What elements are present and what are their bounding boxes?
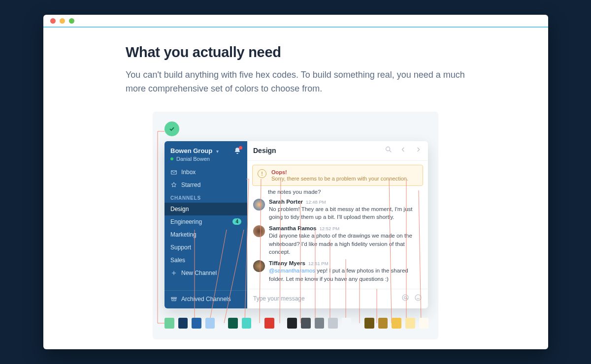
illustration-stage: Bowen Group ▾ Danial Bowen [153, 112, 438, 339]
message-author: Sarah Porter [269, 199, 303, 205]
message-text: No problem! They are a bit messy at the … [269, 205, 422, 221]
message-author: Samantha Ramos [269, 225, 317, 231]
unread-badge: 4 [232, 218, 241, 225]
channel-title: Design [253, 147, 276, 154]
channel-label: Marketing [170, 231, 197, 238]
warning-icon: ! [258, 169, 266, 178]
channel-label: Sales [170, 257, 185, 264]
channel-header: Design [247, 141, 428, 161]
new-channel[interactable]: New Channel [164, 267, 247, 279]
arrow-right-icon[interactable] [414, 146, 422, 155]
browser-window: What you actually need You can't build a… [43, 15, 548, 349]
swatch-17 [419, 318, 429, 329]
workspace-name: Bowen Group [170, 147, 212, 154]
check-icon [168, 125, 175, 132]
main-panel: Design ! Oops! Sorry, there seems to be [247, 141, 428, 308]
smile-icon[interactable] [414, 294, 422, 303]
swatch-09 [301, 318, 311, 329]
svg-point-1 [402, 295, 408, 301]
mention[interactable]: @samantharamos [269, 268, 315, 273]
message-input[interactable] [253, 295, 396, 302]
at-icon[interactable] [401, 294, 409, 303]
svg-point-3 [415, 295, 421, 301]
swatch-13 [364, 318, 374, 329]
swatch-01 [164, 318, 174, 329]
message-time: 12:52 PM [320, 226, 340, 231]
channel-support[interactable]: Support [164, 241, 247, 254]
chevron-down-icon: ▾ [216, 149, 219, 154]
swatch-row [164, 318, 428, 329]
swatch-12 [342, 318, 352, 329]
archive-icon [170, 296, 177, 303]
page-heading: What you actually need [126, 44, 465, 61]
archived-channels[interactable]: Archived Channels [164, 290, 247, 308]
swatch-06 [242, 318, 252, 329]
close-dot[interactable] [50, 18, 56, 24]
avatar [253, 260, 265, 272]
alert-title: Oops! [271, 169, 408, 175]
channel-label: Support [170, 244, 191, 251]
sidebar-item-inbox[interactable]: Inbox [164, 166, 247, 179]
message: Samantha Ramos 12:52 PM Did anyone take … [253, 225, 422, 256]
sidebar-item-label: Starred [181, 182, 200, 188]
workspace-user: Danial Bowen [176, 156, 210, 162]
channel-label: Design [170, 206, 189, 212]
check-badge [164, 121, 179, 136]
svg-point-2 [404, 297, 407, 299]
channel-sales[interactable]: Sales [164, 254, 247, 267]
avatar [253, 225, 265, 237]
channels-heading: CHANNELS [164, 191, 247, 203]
alert-message: Sorry, there seems to be a problem with … [271, 176, 408, 182]
notification-badge [239, 146, 242, 150]
message-thread: the notes you made? Sarah Porter 12:48 P… [247, 189, 428, 289]
inbox-icon [170, 169, 177, 176]
svg-point-0 [386, 147, 390, 151]
arrow-left-icon[interactable] [399, 146, 407, 155]
channel-label: Engineering [170, 218, 202, 225]
swatch-04 [205, 318, 215, 329]
swatch-07 [264, 318, 274, 329]
swatch-08 [287, 318, 297, 329]
channel-engineering[interactable]: Engineering 4 [164, 215, 247, 228]
zoom-dot[interactable] [69, 18, 74, 24]
composer [247, 289, 428, 308]
message-fragment: the notes you made? [253, 189, 422, 195]
swatch-03 [192, 318, 201, 329]
workspace-header[interactable]: Bowen Group ▾ Danial Bowen [164, 141, 247, 166]
sidebar-item-label: Inbox [181, 169, 196, 176]
message-text: Did anyone take a photo of the drawings … [269, 232, 422, 256]
message-time: 12:48 PM [306, 199, 326, 205]
plus-icon [170, 270, 177, 276]
bell-icon[interactable] [233, 147, 241, 155]
page-lead: You can't build anything with five hex c… [126, 68, 465, 96]
message: Tiffany Myers 12:51 PM @samantharamos ye… [253, 260, 422, 283]
message: Sarah Porter 12:48 PM No problem! They a… [253, 199, 422, 221]
connection-alert: ! Oops! Sorry, there seems to be a probl… [252, 165, 423, 186]
avatar [253, 199, 265, 211]
channel-marketing[interactable]: Marketing [164, 228, 247, 241]
search-icon[interactable] [385, 146, 393, 155]
minimize-dot[interactable] [60, 18, 65, 24]
swatch-05 [228, 318, 238, 329]
sidebar-item-label: New Channel [181, 270, 217, 276]
message-time: 12:51 PM [308, 261, 328, 266]
star-icon [170, 182, 177, 188]
chat-app: Bowen Group ▾ Danial Bowen [164, 141, 428, 308]
swatch-16 [405, 318, 415, 329]
page: What you actually need You can't build a… [43, 28, 548, 349]
swatch-10 [315, 318, 325, 329]
message-author: Tiffany Myers [269, 260, 305, 266]
sidebar-item-starred[interactable]: Starred [164, 179, 247, 191]
swatch-15 [392, 318, 401, 329]
sidebar-item-label: Archived Channels [181, 296, 231, 303]
presence-dot [170, 157, 173, 160]
swatch-14 [378, 318, 388, 329]
swatch-02 [178, 318, 188, 329]
message-text: @samantharamos yep! I put a few photos i… [269, 267, 422, 283]
swatch-11 [328, 318, 338, 329]
window-titlebar [43, 15, 548, 28]
sidebar: Bowen Group ▾ Danial Bowen [164, 141, 247, 308]
channel-design[interactable]: Design [164, 203, 247, 215]
